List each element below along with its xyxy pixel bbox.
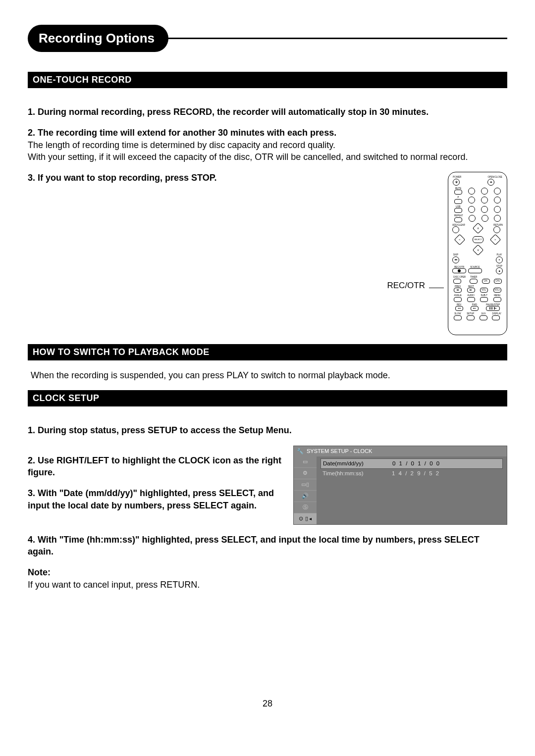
- btn-pause: ❚❚ ❚▸: [486, 306, 500, 311]
- btn-chdn: CH-: [482, 279, 490, 284]
- section-body-clock: 1. During stop status, press SETUP to ac…: [28, 406, 507, 599]
- otr-step2-note1: The length of recording time is determin…: [28, 139, 507, 151]
- remote-diagram-wrap: REC/OTR POWER ⏻ OPEN/CLOSE ⏏: [387, 172, 508, 335]
- btn-left: <: [454, 234, 466, 246]
- btn-chup: CH+: [494, 279, 502, 284]
- btn-num7: [468, 206, 475, 213]
- lbl-subt: SUB-T: [480, 295, 488, 297]
- btn-pip: [454, 199, 462, 204]
- sidebar-icon-3: ▭▯: [294, 479, 317, 490]
- btn-prev: ⏮: [454, 288, 462, 293]
- btn-setup: [467, 315, 475, 320]
- btn-num1: [468, 188, 475, 195]
- sidebar-icon-4: 🔊: [294, 490, 317, 502]
- btn-repeat: [454, 217, 462, 222]
- clock-figure: 🔧 SYSTEM SETUP - CLOCK ▭ ⚙ ▭▯ 🔊 Ⓢ ⊙ ▯ ◂ …: [293, 446, 507, 525]
- btn-skip: ⏭: [452, 256, 459, 263]
- btn-angle: [454, 297, 462, 302]
- otr-step1: 1. During normal recording, press RECORD…: [28, 106, 507, 118]
- btn-next: ⏭: [467, 288, 475, 293]
- btn-stop: ■: [496, 267, 503, 274]
- btn-volup: VOL+: [493, 288, 501, 293]
- lbl-timer: TIMER: [470, 276, 478, 279]
- lbl-blank1: [482, 276, 490, 279]
- lbl-repeat: REPEAT: [454, 215, 463, 217]
- clock-note-label: Note:: [28, 566, 507, 578]
- lbl-menu: MENU: [493, 295, 501, 297]
- btn-right: >: [490, 234, 501, 246]
- lbl-prev: PREV: [454, 286, 462, 288]
- lbl-play: PLAY: [496, 254, 503, 256]
- lbl-169: 16:9: [480, 313, 487, 315]
- btn-voldn: VOL-: [480, 288, 488, 293]
- otr-step2-note2: With your setting, if it will exceed the…: [28, 151, 507, 163]
- btn-169: [480, 315, 487, 320]
- section-body-otr: 1. During normal recording, press RECORD…: [28, 88, 507, 344]
- page-number: 28: [28, 699, 507, 709]
- clock-step3: 3. With "Date (mm/dd/yy)" highlighted, p…: [28, 487, 283, 511]
- btn-rec: [452, 268, 466, 273]
- lbl-setup: SETUP: [467, 313, 475, 315]
- rec-dot-icon: [458, 269, 461, 272]
- sidebar-icon-2: ⚙: [294, 467, 317, 479]
- clock-time-row: Time(hh:mm:ss) 1 4 / 2 9 / 5 2: [321, 469, 503, 479]
- btn-audio: [467, 297, 475, 302]
- nav-pad: ∧ ∨ < > SELECT: [458, 226, 497, 252]
- lbl-blank2: [494, 276, 502, 279]
- btn-num0a: [469, 215, 476, 222]
- clock-fig-sidebar: ▭ ⚙ ▭▯ 🔊 Ⓢ ⊙ ▯ ◂: [294, 456, 317, 524]
- btn-display: [492, 315, 500, 320]
- page-title: Recording Options: [28, 25, 168, 52]
- btn-num0b: [482, 215, 488, 222]
- lbl-skip: SKIP: [452, 254, 459, 256]
- section-heading-clock: CLOCK SETUP: [28, 390, 507, 406]
- clock-step4: 4. With "Time (hh:mm:ss)" highlighted, p…: [28, 534, 507, 558]
- clock-date-value: 0 1 / 0 1 / 0 0: [392, 460, 500, 468]
- btn-timer: [470, 279, 478, 284]
- lbl-pause: PAUSE/STEP: [486, 304, 500, 306]
- title-row: Recording Options: [28, 25, 507, 52]
- btn-usb: [454, 208, 462, 213]
- btn-num2: [481, 188, 488, 195]
- playback-text: When the recording is suspended, you can…: [28, 360, 507, 390]
- clock-time-label: Time(hh:mm:ss): [322, 470, 392, 478]
- btn-discoper: [453, 279, 461, 284]
- btn-slow: [454, 315, 462, 320]
- lbl-display: DISPLAY: [492, 313, 501, 315]
- btn-rev: ◂◂: [455, 306, 463, 311]
- lbl-pip: P: [454, 197, 462, 199]
- btn-subt: [480, 297, 488, 302]
- lbl-audio: AUDIO: [467, 295, 475, 297]
- title-rule: [166, 38, 507, 39]
- btn-menu: [493, 297, 501, 302]
- btn-num8: [481, 206, 488, 213]
- btn-num6: [494, 197, 501, 203]
- sidebar-icon-clock: ⊙ ▯ ◂: [294, 513, 317, 524]
- clock-note: If you want to cancel input, press RETUR…: [28, 579, 507, 591]
- lbl-next: NEXT: [467, 286, 475, 288]
- section-heading-otr: ONE-TOUCH RECORD: [28, 72, 507, 88]
- lbl-openclose: OPEN/CLOSE: [487, 176, 502, 179]
- btn-num3: [494, 188, 501, 195]
- btn-num0c: [494, 215, 501, 222]
- clock-fig-title: SYSTEM SETUP - CLOCK: [307, 448, 372, 455]
- otr-step3: 3. If you want to stop recording, press …: [28, 172, 377, 184]
- remote-callout-label: REC/OTR: [387, 280, 426, 292]
- btn-source: [468, 268, 482, 273]
- btn-num5: [481, 197, 488, 203]
- btn-select: SELECT: [473, 236, 483, 243]
- lbl-power: POWER: [453, 176, 461, 179]
- lbl-slow: SLOW: [454, 313, 462, 315]
- lbl-angle: ANGLE: [454, 295, 462, 297]
- wrench-icon: 🔧: [297, 448, 304, 455]
- section-heading-playback: HOW TO SWITCH TO PLAYBACK MODE: [28, 344, 507, 360]
- sidebar-icon-1: ▭: [294, 456, 317, 467]
- btn-play: ▸: [496, 256, 503, 263]
- clock-time-value: 1 4 / 2 9 / 5 2: [392, 470, 501, 478]
- lbl-stop: STOP: [496, 265, 503, 268]
- clock-step2: 2. Use RIGHT/LEFT to highlight the CLOCK…: [28, 454, 283, 479]
- btn-num9: [494, 206, 501, 213]
- btn-num4: [468, 197, 475, 203]
- remote-callout-line: [429, 288, 444, 288]
- left-arrow-icon: ◂: [309, 515, 312, 522]
